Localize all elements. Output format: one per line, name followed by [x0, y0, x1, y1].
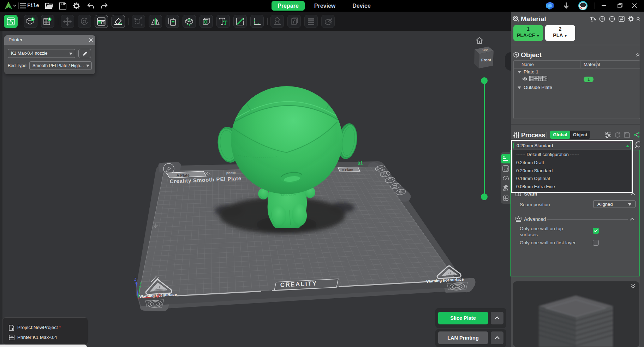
svg-text:Z: Z [134, 277, 136, 281]
svg-text:X: X [158, 292, 161, 297]
svg-text:Y: Y [139, 281, 142, 285]
svg-text:Front: Front [481, 58, 491, 62]
svg-text:please: please [226, 171, 236, 175]
svg-text:A Plate: A Plate [177, 173, 190, 178]
svg-text:01: 01 [357, 160, 363, 166]
svg-text:A Plate: A Plate [342, 168, 353, 172]
